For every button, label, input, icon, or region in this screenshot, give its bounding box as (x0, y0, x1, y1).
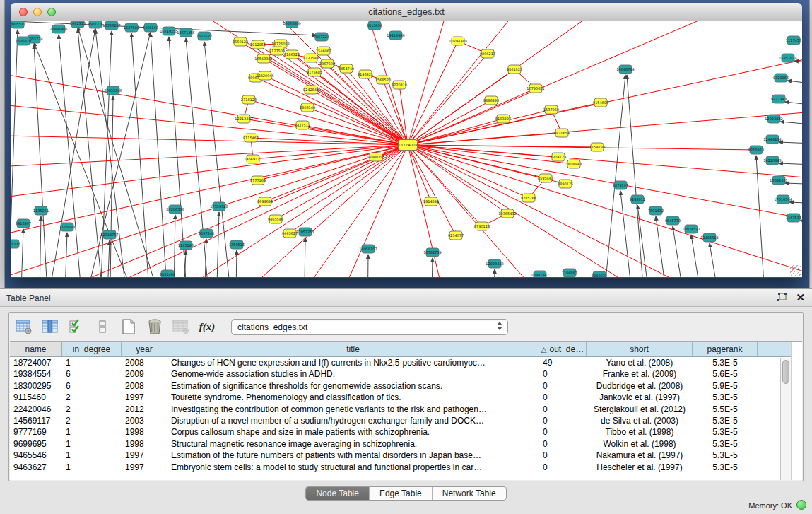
graph-node[interactable]: 10790621 (526, 84, 544, 93)
graph-node[interactable]: 16958107 (359, 245, 377, 253)
table-column-icon[interactable] (41, 317, 59, 336)
graph-node[interactable]: 16648784 (616, 65, 634, 74)
graph-node[interactable]: 9245012 (630, 195, 645, 204)
delete-table-icon[interactable] (172, 317, 190, 336)
graph-node[interactable]: 8595443 (538, 174, 553, 182)
table-row[interactable]: 969969511998Structural magnetic resonanc… (10, 438, 802, 450)
graph-node[interactable]: 1135051 (33, 206, 49, 215)
graph-node[interactable]: 9115460 (243, 134, 259, 142)
graph-node[interactable]: 2803144 (300, 103, 315, 112)
graph-node[interactable]: 8813054 (367, 21, 382, 30)
graph-node[interactable]: 22420046 (256, 71, 273, 80)
graph-node[interactable]: 1106883 (562, 269, 577, 277)
graph-node[interactable]: 6466160 (143, 23, 158, 32)
graph-node[interactable]: 8215953 (748, 146, 764, 154)
graph-node[interactable]: 10924522 (682, 225, 700, 233)
graph-node[interactable]: 10794349 (449, 37, 466, 45)
window-resize-grip[interactable] (790, 265, 801, 276)
graph-node[interactable]: 15692931 (770, 176, 787, 185)
graph-node[interactable]: 9154690 (593, 98, 608, 107)
graph-node[interactable]: 8660123 (233, 37, 248, 46)
graph-node[interactable]: 9463627 (282, 229, 298, 238)
graph-node[interactable]: 9845779 (665, 216, 681, 225)
column-header-name[interactable]: name (10, 342, 62, 356)
table-row[interactable]: 1938455462009Genome-wide association stu… (10, 368, 802, 380)
graph-node[interactable]: 8220310 (392, 81, 407, 89)
graph-node[interactable]: 10997342 (531, 271, 548, 277)
graph-node[interactable]: 12342757 (100, 230, 118, 239)
column-header-in_degree[interactable]: in_degree (62, 342, 122, 356)
graph-node[interactable]: 2005513 (11, 21, 25, 28)
graph-node[interactable]: 9127503 (269, 47, 285, 55)
graph-node[interactable]: 9146821 (358, 70, 373, 78)
graph-node[interactable]: 9097548 (199, 229, 214, 238)
graph-node[interactable]: 7857224 (314, 33, 329, 41)
column-header-year[interactable]: year (122, 342, 167, 356)
graph-node[interactable]: 1115683 (59, 223, 75, 231)
graph-node[interactable]: 9806213 (480, 49, 495, 58)
graph-node[interactable]: 8912955 (250, 40, 266, 49)
graph-node[interactable]: 16033809 (283, 21, 300, 28)
table-vertical-scrollbar[interactable] (780, 358, 791, 480)
table-row[interactable]: 946554611997Estimation of the future num… (10, 450, 802, 461)
graph-node[interactable]: 9465546 (268, 215, 283, 223)
graph-node[interactable]: 1537960 (543, 105, 559, 114)
table-row[interactable]: 911546021997Tourette syndrome. Phenomeno… (10, 392, 802, 403)
graph-node[interactable]: 9285766 (521, 194, 536, 202)
row-height-icon[interactable] (93, 317, 112, 336)
column-header-pagerank[interactable]: pagerank (693, 342, 758, 356)
graph-node[interactable]: 9777169 (250, 176, 266, 185)
graph-node[interactable]: 9699695 (257, 197, 273, 206)
table-row[interactable]: 977716911998Corpus callosum shape and si… (10, 426, 802, 438)
graph-node[interactable]: 18724007 (398, 140, 418, 151)
graph-node[interactable]: 17016504 (774, 195, 792, 204)
graph-node[interactable]: 20206556 (166, 205, 184, 214)
graph-node[interactable]: 8790123 (474, 222, 490, 230)
table-select-dropdown[interactable]: citations_edges.txt (231, 319, 508, 335)
graph-node[interactable]: 7691432 (648, 206, 664, 215)
graph-node[interactable]: 16210643 (763, 156, 781, 165)
graph-node[interactable]: 8427512 (295, 121, 310, 129)
graph-node[interactable]: 11495614 (700, 233, 718, 242)
graph-node[interactable]: 10365432 (498, 209, 516, 218)
graph-node[interactable]: 9234077 (448, 231, 464, 240)
graph-node[interactable]: 7606878 (16, 37, 31, 45)
column-header-out_de[interactable]: △out_de… (539, 342, 587, 356)
graph-node[interactable]: 12444154 (763, 135, 781, 144)
table-row[interactable]: 1830029562008Estimation of significance … (10, 380, 802, 392)
graph-node[interactable]: 9810654 (554, 129, 570, 137)
select-rows-icon[interactable] (67, 317, 86, 336)
graph-node[interactable]: 14569117 (244, 155, 261, 163)
graph-node[interactable]: 9607276 (88, 21, 103, 28)
graph-node[interactable]: 1167531 (786, 214, 801, 222)
graph-node[interactable]: 10553287 (102, 21, 120, 30)
graph-node[interactable]: 3915307 (16, 219, 31, 228)
table-row[interactable]: 1456911722003Disruption of a novel membe… (10, 415, 802, 426)
graph-node[interactable]: 9329966 (773, 74, 789, 82)
graph-node[interactable]: 1608943 (566, 160, 582, 168)
table-row[interactable]: 1872400712008Changes of HCN gene express… (10, 357, 802, 368)
graph-node[interactable]: 8890125 (558, 180, 573, 188)
graph-node[interactable]: 7515522 (196, 32, 212, 40)
graph-node[interactable]: 1117453 (786, 36, 801, 45)
graph-node[interactable]: 9175685 (307, 68, 322, 76)
graph-node[interactable]: 8879197 (613, 181, 628, 189)
window-titlebar[interactable]: citations_edges.txt (11, 3, 802, 21)
graph-node[interactable]: 9861023 (507, 65, 522, 74)
graph-node[interactable]: 2718120 (241, 95, 257, 104)
graph-node[interactable]: 9245033 (592, 271, 607, 277)
graph-node[interactable]: 20053346 (104, 86, 122, 95)
table-row[interactable]: 946362711997Embryonic stem cells: a mode… (10, 462, 802, 473)
graph-node[interactable]: 1568520 (375, 76, 391, 84)
citation-network-graph[interactable]: 2005513140557242089140619023139607276105… (11, 21, 802, 277)
graph-node[interactable]: 1154780 (589, 143, 605, 151)
graph-node[interactable]: 2367608 (319, 59, 335, 68)
function-icon[interactable]: f(x) (198, 317, 216, 336)
graph-node[interactable]: 12213343 (235, 115, 252, 123)
float-panel-icon[interactable] (776, 292, 787, 303)
graph-node[interactable]: 12923448 (486, 259, 503, 268)
scrollbar-thumb[interactable] (782, 360, 789, 384)
graph-node[interactable]: 7204123 (551, 153, 566, 161)
graph-node[interactable]: 20891406 (49, 25, 67, 33)
graph-node[interactable]: 17957253 (296, 228, 314, 236)
